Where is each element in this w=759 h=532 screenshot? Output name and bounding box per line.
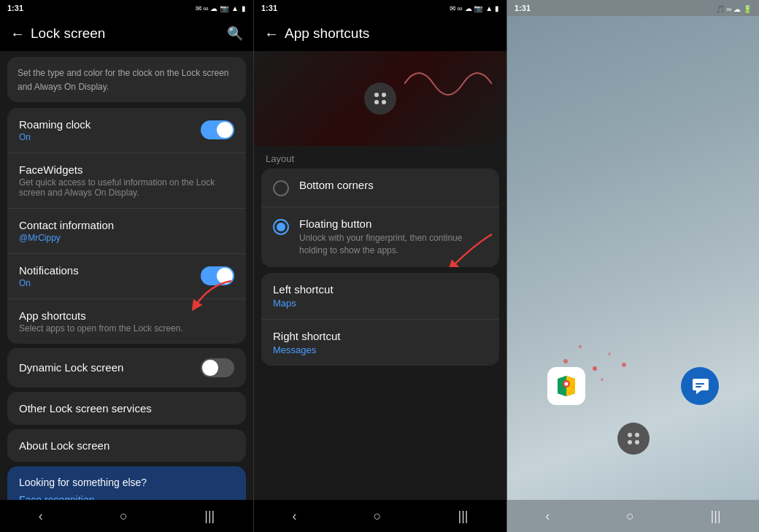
svg-rect-15: [696, 386, 701, 388]
setting-row-about[interactable]: About Lock screen: [7, 429, 246, 462]
setting-row-other-services[interactable]: Other Lock screen services: [7, 392, 246, 425]
face-recognition-link[interactable]: Face recognition: [19, 494, 234, 500]
settings-card-other: Other Lock screen services: [7, 392, 246, 425]
setting-row-roaming-clock[interactable]: Roaming clock On: [7, 108, 246, 153]
shortcut-row-right[interactable]: Right shortcut Messages: [261, 320, 499, 366]
nav-bar-panel1: ‹ ○ |||: [0, 500, 253, 532]
status-time-panel1: 1:31: [7, 4, 23, 12]
setting-row-app-shortcuts[interactable]: App shortcuts Select apps to open from t…: [7, 299, 246, 344]
back-button-panel2[interactable]: ←: [264, 26, 279, 42]
toggle-roaming-clock[interactable]: [201, 120, 234, 139]
setting-sublabel-app-shortcuts: Select apps to open from the Lock screen…: [19, 323, 234, 334]
layout-option-title-bottom: Bottom corners: [299, 179, 374, 191]
back-button-panel1[interactable]: ←: [10, 26, 25, 42]
dot: [635, 440, 639, 444]
setting-row-contact[interactable]: Contact information @MrCippy: [7, 209, 246, 254]
dot: [374, 100, 379, 104]
setting-row-facewidgets[interactable]: FaceWidgets Get quick access to useful i…: [7, 153, 246, 209]
panel-lock-screen-preview: 1:31 🎵 ∞ ☁ 🔋: [506, 0, 759, 532]
setting-row-left: Notifications On: [19, 264, 201, 288]
svg-rect-14: [696, 383, 704, 385]
setting-row-dynamic-lock[interactable]: Dynamic Lock screen: [7, 348, 246, 388]
setting-row-left: About Lock screen: [19, 439, 234, 452]
shortcuts-card: Left shortcut Maps Right shortcut Messag…: [261, 273, 499, 366]
preview-dots-button[interactable]: [364, 82, 396, 115]
layout-options-card: Bottom corners Floating button Unlock wi…: [261, 169, 499, 267]
setting-label-about: About Lock screen: [19, 439, 234, 452]
setting-label-other-services: Other Lock screen services: [19, 402, 234, 415]
status-icons-panel2: ✉ ∞ ☁ 📷 ▲ ▮: [450, 4, 499, 12]
nav-bar-panel2: ‹ ○ |||: [254, 500, 506, 532]
dot: [628, 440, 632, 444]
status-time-panel3: 1:31: [515, 4, 531, 12]
setting-sublabel-notifications: On: [19, 278, 201, 288]
messages-app-icon[interactable]: [681, 367, 719, 405]
info-card: Set the type and color for the clock on …: [7, 57, 246, 102]
nav-bar-panel3: ‹ ○ |||: [507, 500, 759, 532]
status-icons-text-p3: 🎵 ∞ ☁ 🔋: [716, 5, 752, 13]
nav-home-panel3[interactable]: ○: [626, 509, 634, 524]
wifi-icon: ▲: [231, 4, 239, 12]
setting-sublabel-facewidgets: Get quick access to useful information o…: [19, 177, 234, 198]
setting-sublabel-roaming-clock: On: [19, 132, 201, 142]
svg-point-6: [622, 363, 626, 367]
toggle-thumb: [202, 360, 218, 376]
panel-lock-screen-settings: 1:31 ✉ ∞ ☁ 📷 ▲ ▮ ← Lock screen 🔍 Set the…: [0, 0, 253, 532]
layout-section-label: Layout: [254, 146, 506, 169]
header-left-panel2: ← App shortcuts: [264, 26, 369, 42]
status-bar-panel3: 1:31 🎵 ∞ ☁ 🔋: [507, 0, 759, 16]
toggle-dynamic-lock[interactable]: [201, 358, 234, 377]
messages-icon-image: [681, 367, 719, 405]
red-arrow-floating: [437, 231, 496, 267]
dot: [635, 433, 639, 437]
shortcut-value-right: Messages: [273, 344, 488, 355]
nav-back-panel1[interactable]: ‹: [39, 509, 43, 524]
setting-row-left: Other Lock screen services: [19, 402, 234, 415]
face-unlock-button[interactable]: [617, 423, 650, 455]
nav-back-panel2[interactable]: ‹: [293, 509, 297, 524]
settings-card-about: About Lock screen: [7, 429, 246, 462]
dot: [628, 433, 632, 437]
setting-row-left: Dynamic Lock screen: [19, 361, 201, 374]
nav-home-panel2[interactable]: ○: [374, 509, 382, 524]
radio-inner: [277, 223, 285, 231]
status-bar-panel2: 1:31 ✉ ∞ ☁ 📷 ▲ ▮: [254, 0, 506, 16]
setting-row-left: FaceWidgets Get quick access to useful i…: [19, 163, 234, 198]
search-button-panel1[interactable]: 🔍: [227, 26, 243, 42]
layout-option-floating[interactable]: Floating button Unlock with your fingerp…: [261, 207, 499, 267]
header-bar-panel2: ← App shortcuts: [254, 16, 506, 51]
nav-recent-panel1[interactable]: |||: [204, 509, 215, 524]
setting-label-dynamic-lock: Dynamic Lock screen: [19, 361, 201, 374]
toggle-thumb: [217, 122, 233, 138]
blue-card-title: Looking for something else?: [19, 477, 234, 488]
header-left-panel1: ← Lock screen: [10, 26, 105, 42]
status-bar-panel1: 1:31 ✉ ∞ ☁ 📷 ▲ ▮: [0, 0, 253, 16]
nav-back-panel3[interactable]: ‹: [545, 509, 550, 524]
maps-app-icon[interactable]: [547, 367, 585, 405]
status-icons-panel3: 🎵 ∞ ☁ 🔋: [716, 1, 752, 15]
setting-sublabel-contact: @MrCippy: [19, 233, 234, 243]
dot: [382, 100, 386, 104]
svg-point-2: [563, 359, 568, 363]
shortcut-row-left[interactable]: Left shortcut Maps: [261, 273, 499, 320]
preview-area: [254, 51, 506, 146]
red-arrow-annotation: [188, 277, 239, 314]
face-unlock-dots: [628, 433, 639, 444]
nav-recent-panel2[interactable]: |||: [458, 509, 468, 524]
svg-point-3: [579, 345, 582, 348]
maps-icon-image: [547, 367, 585, 405]
svg-point-5: [608, 352, 611, 355]
lock-screen-content: [507, 16, 759, 500]
panel-app-shortcuts: 1:31 ✉ ∞ ☁ 📷 ▲ ▮ ← App shortcuts: [253, 0, 506, 532]
nav-home-panel1[interactable]: ○: [120, 509, 128, 524]
nav-recent-panel3[interactable]: |||: [711, 509, 721, 524]
wifi-icon-p2: ▲ ▮: [485, 4, 499, 12]
setting-row-left: Roaming clock On: [19, 118, 201, 142]
radio-bottom-corners: [273, 180, 289, 196]
radio-floating-button: [273, 219, 289, 235]
settings-card-main: Roaming clock On FaceWidgets Get quick a…: [7, 108, 246, 344]
shortcut-title-right: Right shortcut: [273, 330, 488, 342]
dots-grid: [374, 93, 386, 104]
layout-option-bottom-corners[interactable]: Bottom corners: [261, 169, 499, 207]
dot: [382, 93, 386, 97]
